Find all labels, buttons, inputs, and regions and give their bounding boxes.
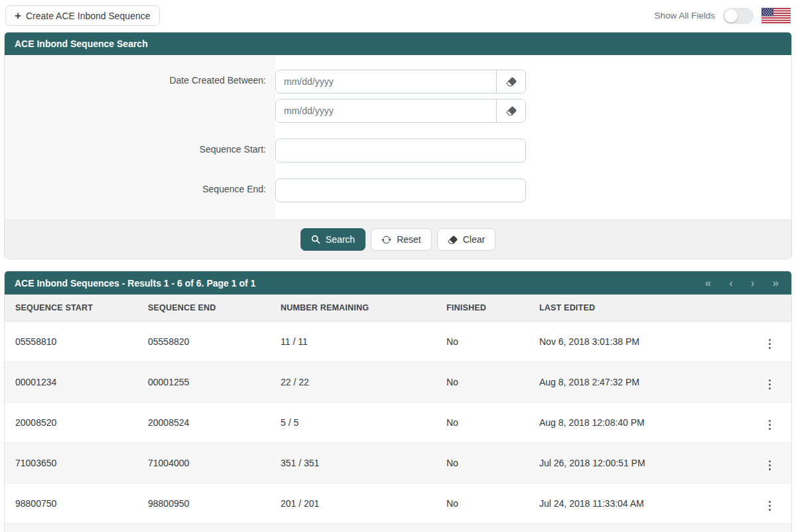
last-page-icon[interactable]: » bbox=[773, 277, 779, 289]
table-header-row: SEQUENCE START SEQUENCE END NUMBER REMAI… bbox=[5, 295, 791, 322]
cell-last-edited: Aug 8, 2018 12:08:40 PM bbox=[529, 403, 746, 443]
search-icon bbox=[311, 235, 320, 244]
header-pagination: « ‹ › » bbox=[705, 277, 781, 289]
search-button[interactable]: Search bbox=[300, 228, 365, 251]
cell-sequence-start: 71003650 bbox=[5, 443, 137, 484]
cell-actions bbox=[746, 484, 791, 524]
table-row: 055588100555882011 / 11NoNov 6, 2018 3:0… bbox=[5, 322, 791, 362]
clear-button-label: Clear bbox=[463, 234, 485, 245]
sequence-end-row: Sequence End: bbox=[5, 178, 791, 202]
date-from-input[interactable] bbox=[276, 70, 496, 93]
search-panel: ACE Inbond Sequence Search Date Created … bbox=[4, 32, 792, 259]
search-panel-header: ACE Inbond Sequence Search bbox=[5, 33, 791, 55]
cell-finished: No bbox=[436, 362, 529, 403]
row-menu-icon[interactable] bbox=[767, 418, 773, 432]
cell-actions bbox=[746, 362, 791, 403]
eraser-icon bbox=[506, 105, 517, 116]
column-finished: FINISHED bbox=[436, 295, 529, 322]
cell-last-edited: Jul 26, 2018 12:00:51 PM bbox=[529, 443, 746, 484]
column-actions bbox=[746, 295, 791, 322]
cell-sequence-end: 00001255 bbox=[137, 362, 270, 403]
next-page-icon[interactable]: › bbox=[751, 277, 755, 289]
cell-sequence-end: 71004000 bbox=[137, 443, 270, 484]
row-menu-icon[interactable] bbox=[767, 458, 773, 473]
clear-button[interactable]: Clear bbox=[437, 228, 496, 251]
refresh-icon bbox=[381, 235, 391, 245]
cell-last-edited: Aug 8, 2018 2:47:32 PM bbox=[529, 362, 746, 403]
date-to-clear-button[interactable] bbox=[496, 100, 525, 122]
reset-button-label: Reset bbox=[397, 234, 421, 245]
cell-finished: No bbox=[436, 322, 529, 362]
date-to-group bbox=[275, 99, 526, 123]
page: + Create ACE Inbond Sequence Show All Fi… bbox=[0, 0, 796, 532]
cell-last-edited: Jul 24, 2018 11:33:04 AM bbox=[529, 484, 746, 524]
results-tbody: 055588100555882011 / 11NoNov 6, 2018 3:0… bbox=[5, 322, 791, 532]
show-all-fields-label: Show All Fields bbox=[654, 11, 715, 21]
create-sequence-button-label: Create ACE Inbond Sequence bbox=[26, 11, 151, 21]
sequence-end-input[interactable] bbox=[275, 178, 526, 202]
table-row: 600258806002593041 / 51NoJul 24, 2018 11… bbox=[5, 524, 791, 532]
cell-sequence-end: 98800950 bbox=[137, 484, 270, 524]
cell-finished: No bbox=[436, 443, 529, 484]
topbar-right: Show All Fields bbox=[654, 6, 791, 25]
prev-page-icon[interactable]: ‹ bbox=[729, 277, 733, 289]
date-created-row: Date Created Between: bbox=[5, 70, 791, 123]
row-menu-icon[interactable] bbox=[767, 499, 773, 513]
cell-last-edited: Nov 6, 2018 3:01:38 PM bbox=[529, 322, 746, 362]
date-from-group bbox=[275, 70, 526, 94]
row-menu-icon[interactable] bbox=[767, 337, 773, 352]
cell-number-remaining: 41 / 51 bbox=[270, 524, 436, 532]
eraser-icon bbox=[448, 235, 458, 245]
date-created-controls bbox=[275, 70, 526, 123]
cell-sequence-end: 20008524 bbox=[137, 403, 270, 443]
results-panel-header: ACE Inbond Sequences - Results 1 - 6 of … bbox=[5, 271, 791, 295]
row-menu-icon[interactable] bbox=[767, 377, 773, 392]
cell-sequence-start: 60025880 bbox=[5, 524, 137, 532]
create-sequence-button[interactable]: + Create ACE Inbond Sequence bbox=[5, 5, 160, 26]
cell-finished: No bbox=[436, 403, 529, 443]
table-row: 20008520200085245 / 5NoAug 8, 2018 12:08… bbox=[5, 403, 791, 443]
column-sequence-end: SEQUENCE END bbox=[137, 295, 270, 322]
cell-number-remaining: 201 / 201 bbox=[270, 484, 436, 524]
us-flag-icon[interactable] bbox=[762, 6, 791, 25]
cell-number-remaining: 22 / 22 bbox=[270, 362, 436, 403]
cell-last-edited: Jul 24, 2018 11:32:41 AM bbox=[529, 524, 746, 532]
search-panel-title: ACE Inbond Sequence Search bbox=[15, 38, 148, 49]
cell-finished: No bbox=[436, 524, 529, 532]
sequence-start-input[interactable] bbox=[275, 139, 526, 163]
cell-sequence-end: 60025930 bbox=[137, 524, 270, 532]
cell-actions bbox=[746, 524, 791, 532]
column-last-edited: LAST EDITED bbox=[529, 295, 746, 322]
search-actions: Search Reset Clear bbox=[5, 220, 791, 259]
sequence-end-label: Sequence End: bbox=[5, 178, 275, 194]
search-form: Date Created Between: bbox=[5, 55, 791, 220]
cell-actions bbox=[746, 443, 791, 484]
cell-actions bbox=[746, 322, 791, 362]
column-number-remaining: NUMBER REMAINING bbox=[270, 295, 436, 322]
show-all-fields-toggle[interactable] bbox=[723, 8, 754, 24]
date-from-clear-button[interactable] bbox=[496, 70, 525, 93]
eraser-icon bbox=[506, 76, 517, 87]
cell-actions bbox=[746, 403, 791, 443]
table-row: 000012340000125522 / 22NoAug 8, 2018 2:4… bbox=[5, 362, 791, 403]
cell-finished: No bbox=[436, 484, 529, 524]
date-to-input[interactable] bbox=[276, 100, 496, 122]
cell-number-remaining: 5 / 5 bbox=[270, 403, 436, 443]
results-panel: ACE Inbond Sequences - Results 1 - 6 of … bbox=[4, 271, 792, 532]
results-panel-title: ACE Inbond Sequences - Results 1 - 6 of … bbox=[15, 278, 255, 289]
search-button-label: Search bbox=[326, 234, 355, 245]
cell-sequence-start: 98800750 bbox=[5, 484, 137, 524]
cell-sequence-end: 05558820 bbox=[137, 322, 270, 362]
plus-icon: + bbox=[15, 10, 21, 21]
date-created-label: Date Created Between: bbox=[5, 70, 275, 86]
table-row: 7100365071004000351 / 351NoJul 26, 2018 … bbox=[5, 443, 791, 484]
cell-number-remaining: 351 / 351 bbox=[270, 443, 436, 484]
cell-sequence-start: 00001234 bbox=[5, 362, 137, 403]
topbar: + Create ACE Inbond Sequence Show All Fi… bbox=[4, 5, 792, 26]
column-sequence-start: SEQUENCE START bbox=[5, 295, 137, 322]
reset-button[interactable]: Reset bbox=[371, 228, 432, 251]
cell-number-remaining: 11 / 11 bbox=[270, 322, 436, 362]
toggle-knob bbox=[724, 9, 738, 23]
table-row: 9880075098800950201 / 201NoJul 24, 2018 … bbox=[5, 484, 791, 524]
first-page-icon[interactable]: « bbox=[705, 277, 711, 289]
